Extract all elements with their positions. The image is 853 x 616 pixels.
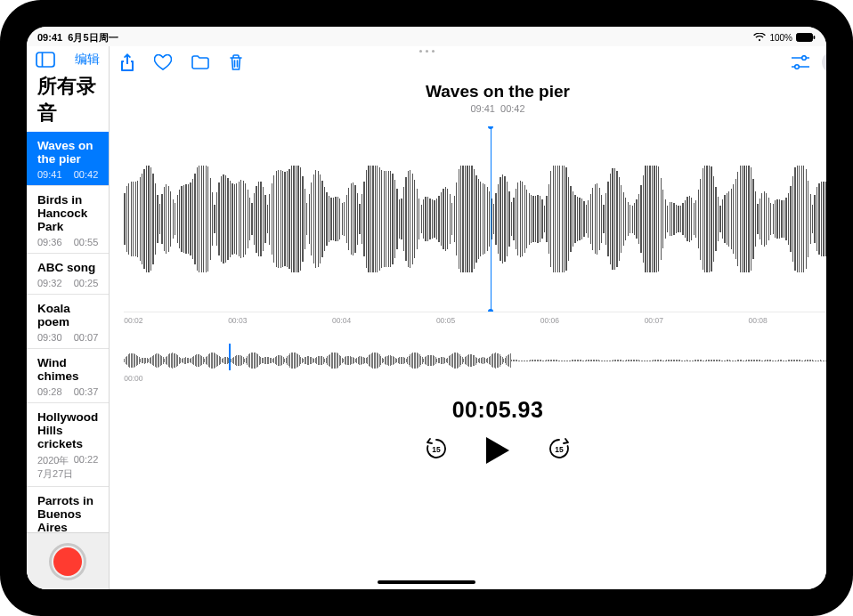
recording-item[interactable]: Koala poem09:3000:07 [27, 295, 109, 349]
home-indicator[interactable] [378, 580, 475, 584]
recording-item-time: 09:41 [37, 169, 62, 180]
status-date: 6月5日周一 [68, 32, 118, 43]
overview-start: 00:00 [124, 374, 142, 383]
multitask-grabber[interactable] [414, 50, 439, 53]
tick-label: 00:08 [749, 316, 768, 326]
share-icon[interactable] [120, 53, 134, 71]
current-time: 00:05.93 [110, 397, 826, 423]
svg-rect-1 [814, 36, 816, 39]
wifi-icon [753, 33, 766, 42]
folder-icon[interactable] [191, 53, 209, 71]
favorite-icon[interactable] [154, 53, 172, 71]
recording-item-duration: 00:37 [74, 386, 99, 397]
sidebar-title: 所有录音 [27, 68, 109, 132]
svg-point-5 [801, 56, 806, 61]
play-button[interactable] [484, 435, 511, 466]
time-ticks: 00:0200:0300:0400:0500:0600:0700:0800:09 [124, 312, 826, 326]
recording-item[interactable]: Birds in Hancock Park09:3600:55 [27, 186, 109, 254]
forward-15-button[interactable]: 15 [547, 436, 572, 465]
overview-playhead[interactable] [229, 344, 231, 370]
recording-item[interactable]: Wind chimes09:2800:37 [27, 349, 109, 403]
svg-rect-2 [37, 53, 54, 67]
recording-item-duration: 00:07 [74, 332, 99, 343]
recording-item-duration: 00:42 [74, 169, 99, 180]
status-time: 09:41 [37, 32, 62, 43]
svg-text:15: 15 [555, 445, 564, 454]
recording-item[interactable]: Waves on the pier09:4100:42 [27, 132, 109, 186]
recording-list[interactable]: Waves on the pier09:4100:42Birds in Hanc… [27, 132, 109, 532]
recording-item-time: 09:32 [37, 278, 62, 288]
svg-point-7 [794, 65, 799, 69]
recording-item[interactable]: Parrots in Buenos Aires2020年7月27日00:51 [27, 487, 109, 532]
battery-percent: 100% [769, 33, 792, 43]
tick-label: 00:04 [332, 316, 351, 326]
sidebar-edit-button[interactable]: 编辑 [75, 52, 100, 68]
recording-item-name: Waves on the pier [37, 139, 98, 166]
recording-item-name: ABC song [37, 261, 98, 274]
recording-item-duration: 00:55 [74, 237, 99, 247]
recording-item-time: 09:36 [37, 237, 62, 247]
recording-item[interactable]: ABC song09:3200:25 [27, 254, 109, 295]
edit-recording-button[interactable]: 编辑 [822, 52, 826, 73]
recording-item-name: Hollywood Hills crickets [37, 410, 98, 450]
waveform-overview[interactable]: 00:00 00:42 [124, 344, 826, 381]
recording-item-time: 09:30 [37, 332, 62, 343]
waveform-zoom[interactable] [124, 126, 826, 312]
record-button[interactable] [49, 543, 86, 580]
svg-text:15: 15 [432, 445, 441, 454]
sidebar: 编辑 所有录音 Waves on the pier09:4100:42Birds… [27, 46, 110, 589]
recording-item-duration: 00:22 [74, 454, 99, 481]
trash-icon[interactable] [229, 53, 243, 71]
settings-sliders-icon[interactable] [792, 55, 809, 69]
recording-item-time: 09:28 [37, 386, 62, 397]
recording-item[interactable]: Hollywood Hills crickets2020年7月27日00:22 [27, 403, 109, 487]
sidebar-footer [27, 532, 109, 589]
tick-label: 00:07 [645, 316, 663, 326]
tick-label: 00:03 [228, 316, 247, 326]
recording-item-name: Koala poem [37, 302, 98, 328]
recording-item-name: Wind chimes [37, 356, 98, 383]
recording-item-name: Birds in Hancock Park [37, 193, 98, 233]
playhead[interactable] [491, 126, 492, 312]
playback-controls: 15 15 [110, 435, 826, 466]
recording-item-duration: 00:25 [74, 278, 99, 288]
rewind-15-button[interactable]: 15 [424, 436, 449, 465]
recording-subtitle: 09:41 00:42 [110, 103, 826, 114]
tick-label: 00:05 [436, 316, 455, 326]
recording-item-time: 2020年7月27日 [37, 454, 74, 481]
tick-label: 00:06 [540, 316, 559, 326]
sidebar-toggle-icon[interactable] [36, 52, 55, 68]
recording-item-name: Parrots in Buenos Aires [37, 494, 98, 532]
detail-pane: 编辑 Waves on the pier 09:41 00:42 00:0200… [110, 46, 826, 589]
status-bar: 09:41 6月5日周一 100% [27, 27, 826, 46]
svg-rect-0 [797, 34, 813, 42]
recording-title[interactable]: Waves on the pier [110, 82, 826, 101]
battery-icon [796, 33, 816, 42]
tick-label: 00:02 [124, 316, 142, 326]
